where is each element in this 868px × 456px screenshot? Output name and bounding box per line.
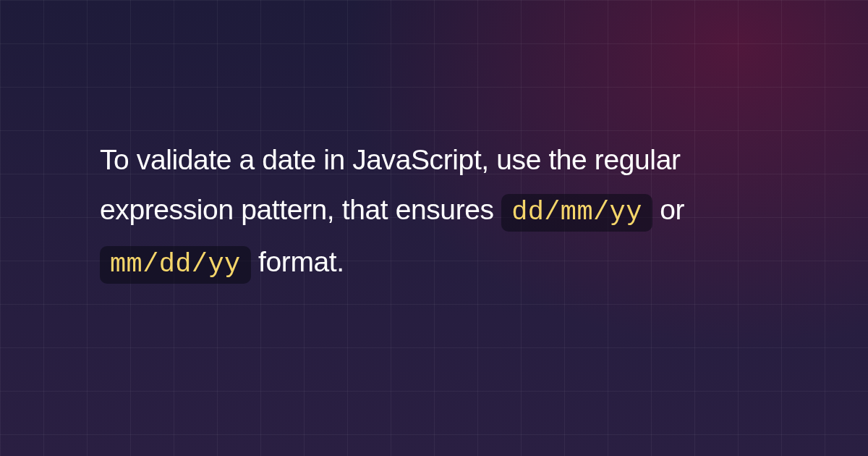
body-sep: or [652,194,684,225]
code-format-2: mm/dd/yy [100,246,251,284]
body-text-2: format. [251,246,344,277]
snippet-body: To validate a date in JavaScript, use th… [100,135,788,289]
code-format-1: dd/mm/yy [501,194,652,232]
